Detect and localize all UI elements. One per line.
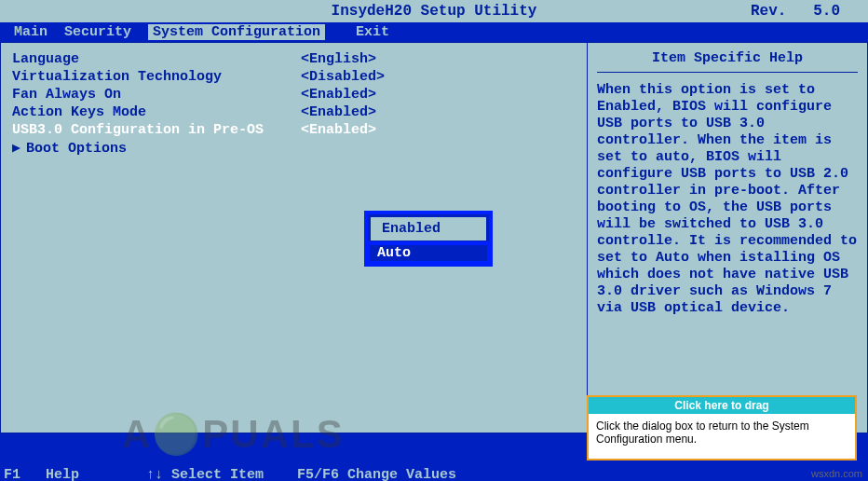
setting-label: Language [12, 50, 301, 68]
help-panel: Item Specific Help When this option is s… [588, 43, 867, 433]
bios-title: InsydeH20 Setup Utility [332, 3, 537, 20]
help-body: When this option is set to Enabled, BIOS… [597, 82, 858, 317]
popup-option-enabled[interactable]: Enabled [373, 219, 484, 239]
setting-label: USB3.0 Configuration in Pre-OS [12, 121, 301, 139]
overlay-header[interactable]: Click here to drag [589, 397, 855, 414]
setting-virtualization[interactable]: Virtualization Technology <Disabled> [12, 68, 587, 86]
menu-security[interactable]: Security [64, 24, 148, 40]
settings-panel: Language <English> Virtualization Techno… [1, 43, 588, 433]
footer-line1: F1 Help ↑↓ Select Item F5/F6 Change Valu… [4, 467, 868, 481]
setting-value: <Enabled> [301, 86, 376, 103]
menu-main[interactable]: Main [14, 24, 64, 40]
menubar: Main Security System Configuration Exit [0, 22, 868, 42]
bios-revision: Rev. 5.0 [751, 3, 840, 20]
submenu-boot-options[interactable]: ▶Boot Options [12, 139, 587, 157]
submenu-label: Boot Options [26, 141, 127, 157]
setting-value: <Disabled> [301, 68, 385, 86]
menu-system-configuration[interactable]: System Configuration [148, 24, 325, 40]
content-area: Language <English> Virtualization Techno… [0, 42, 868, 433]
overlay-body: Click the dialog box to return to the Sy… [589, 414, 855, 459]
instruction-overlay[interactable]: Click here to drag Click the dialog box … [587, 395, 857, 460]
value-popup: Enabled Auto [364, 211, 493, 267]
menu-exit[interactable]: Exit [356, 24, 406, 40]
setting-value: <English> [301, 50, 376, 68]
popup-option-auto[interactable]: Auto [368, 243, 489, 263]
setting-label: Action Keys Mode [12, 103, 301, 121]
setting-value: <Enabled> [301, 121, 376, 139]
setting-value: <Enabled> [301, 103, 376, 121]
help-title: Item Specific Help [597, 50, 858, 73]
submenu-arrow-icon: ▶ [12, 141, 20, 157]
setting-usb3-preos[interactable]: USB3.0 Configuration in Pre-OS <Enabled> [12, 121, 587, 139]
setting-label: Virtualization Technology [12, 68, 301, 86]
watermark-url: wsxdn.com [811, 468, 862, 479]
setting-fan-always-on[interactable]: Fan Always On <Enabled> [12, 86, 587, 103]
setting-label: Fan Always On [12, 86, 301, 103]
bios-header: InsydeH20 Setup Utility Rev. 5.0 [0, 0, 868, 22]
setting-language[interactable]: Language <English> [12, 50, 587, 68]
setting-action-keys[interactable]: Action Keys Mode <Enabled> [12, 103, 587, 121]
